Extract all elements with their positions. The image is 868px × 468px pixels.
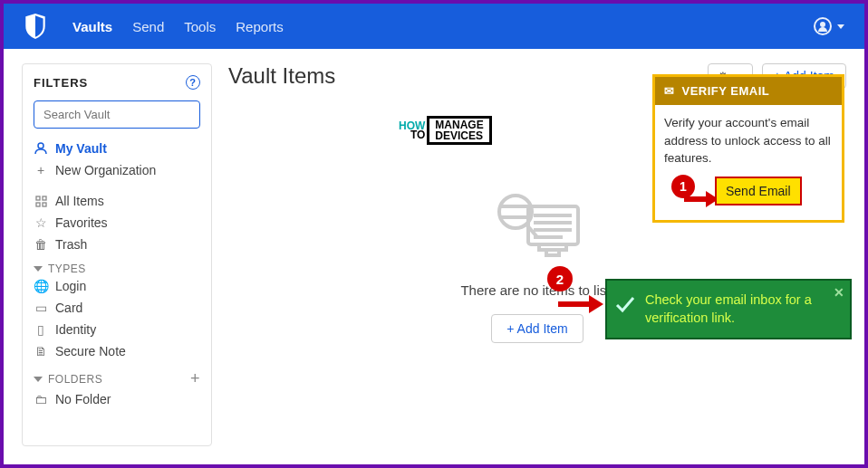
- sidebar-item-label: Trash: [55, 237, 87, 252]
- sidebar-item-label: My Vault: [55, 141, 107, 156]
- help-icon[interactable]: ?: [186, 75, 200, 90]
- filters-title: FILTERS: [34, 76, 88, 90]
- card-icon: ▭: [34, 301, 48, 315]
- identity-icon: ▯: [34, 322, 48, 337]
- plus-icon: +: [34, 163, 48, 177]
- note-icon: 🗎: [34, 344, 48, 358]
- sidebar-item-label: Secure Note: [55, 344, 126, 358]
- chevron-down-icon: [837, 24, 844, 29]
- types-header[interactable]: TYPES: [34, 263, 200, 275]
- toast-text: Check your email inbox for a verificatio…: [645, 292, 812, 325]
- svg-rect-11: [546, 250, 559, 255]
- nav-items: Vaults Send Tools Reports: [72, 19, 284, 34]
- sidebar-item-trash[interactable]: 🗑 Trash: [34, 234, 200, 255]
- sidebar-item-all-items[interactable]: All Items: [34, 190, 200, 212]
- page-title: Vault Items: [228, 63, 335, 89]
- svg-rect-3: [36, 203, 40, 206]
- verify-email-panel: ✉ VERIFY EMAIL Verify your account's ema…: [652, 74, 844, 223]
- check-icon: [614, 293, 636, 315]
- sidebar-item-identity[interactable]: ▯ Identity: [34, 319, 200, 340]
- grid-icon: [34, 194, 48, 208]
- sidebar: FILTERS ? My Vault + New Organization Al…: [22, 63, 212, 446]
- toast-close-button[interactable]: ✕: [834, 284, 844, 301]
- person-icon: [34, 141, 48, 156]
- sidebar-item-secure-note[interactable]: 🗎 Secure Note: [34, 340, 200, 362]
- svg-point-0: [38, 143, 43, 148]
- sidebar-item-label: Card: [55, 301, 82, 315]
- folders-header[interactable]: FOLDERS +: [34, 369, 200, 388]
- arrow-icon: [558, 297, 607, 311]
- empty-illustration: [483, 179, 592, 270]
- trash-icon: 🗑: [34, 237, 48, 252]
- sidebar-item-label: No Folder: [55, 392, 111, 406]
- top-nav: Vaults Send Tools Reports: [4, 4, 864, 49]
- svg-rect-4: [43, 203, 46, 206]
- annotation-step-2: 2: [547, 266, 573, 291]
- add-folder-icon[interactable]: +: [190, 369, 200, 388]
- sidebar-item-no-folder[interactable]: 🗀 No Folder: [34, 388, 200, 410]
- sidebar-item-label: All Items: [55, 194, 104, 208]
- toast-success: Check your email inbox for a verificatio…: [605, 279, 852, 339]
- sidebar-item-card[interactable]: ▭ Card: [34, 297, 200, 319]
- nav-tools[interactable]: Tools: [184, 19, 216, 34]
- sidebar-item-new-org[interactable]: + New Organization: [34, 159, 200, 181]
- search-input[interactable]: [34, 100, 200, 129]
- nav-vaults[interactable]: Vaults: [72, 19, 112, 34]
- sidebar-item-label: Login: [55, 279, 86, 293]
- chevron-down-icon: [34, 266, 43, 272]
- sidebar-item-label: Favorites: [55, 215, 108, 230]
- globe-icon: 🌐: [34, 279, 48, 293]
- sidebar-item-label: New Organization: [55, 163, 156, 177]
- sidebar-item-favorites[interactable]: ☆ Favorites: [34, 212, 200, 234]
- verify-text: Verify your account's email address to u…: [664, 116, 831, 165]
- add-item-center-button[interactable]: + Add Item: [491, 314, 583, 343]
- send-email-button[interactable]: Send Email: [715, 177, 802, 205]
- chevron-down-icon: [34, 377, 43, 382]
- brand-shield-icon[interactable]: [24, 13, 47, 40]
- svg-rect-2: [43, 196, 46, 200]
- sidebar-item-login[interactable]: 🌐 Login: [34, 275, 200, 297]
- sidebar-item-my-vault[interactable]: My Vault: [34, 138, 200, 159]
- sidebar-item-label: Identity: [55, 322, 96, 337]
- svg-rect-1: [36, 196, 40, 200]
- nav-reports[interactable]: Reports: [236, 19, 284, 34]
- nav-send[interactable]: Send: [132, 19, 164, 34]
- verify-title: VERIFY EMAIL: [682, 84, 770, 98]
- watermark: HOW TO MANAGE DEVICES: [399, 116, 492, 145]
- account-menu[interactable]: [814, 17, 844, 35]
- mail-icon: ✉: [664, 84, 675, 98]
- star-icon: ☆: [34, 215, 48, 230]
- folder-icon: 🗀: [34, 392, 48, 406]
- avatar-icon: [814, 17, 832, 35]
